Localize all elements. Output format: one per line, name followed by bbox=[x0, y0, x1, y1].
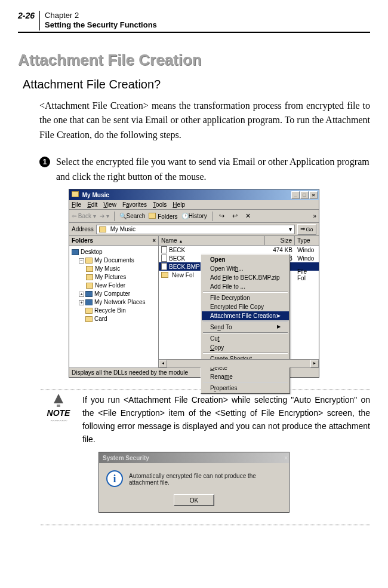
folder-icon bbox=[161, 272, 168, 278]
menu-separator bbox=[203, 292, 288, 293]
ctx-encrypted-copy[interactable]: Encrypted File Copy bbox=[202, 302, 289, 311]
dialog-button-row: OK bbox=[99, 494, 289, 512]
ctx-decrypt[interactable]: File Decryption bbox=[202, 293, 289, 302]
step-text: Select the encrypted file you want to se… bbox=[56, 155, 370, 185]
ctx-cut[interactable]: Cut bbox=[202, 334, 289, 343]
ctx-properties[interactable]: Properties bbox=[202, 384, 289, 393]
menu-separator bbox=[203, 382, 288, 383]
horizontal-scrollbar[interactable]: ◂ ▸ bbox=[159, 359, 319, 368]
expand-icon[interactable]: + bbox=[79, 292, 84, 297]
separator bbox=[114, 212, 115, 221]
menu-separator bbox=[203, 321, 288, 322]
titlebar: My Music _ □ × bbox=[69, 189, 319, 200]
ctx-send-to[interactable]: Send To▶ bbox=[202, 323, 289, 332]
copy-to-icon[interactable]: ↩ bbox=[230, 212, 240, 221]
dialog-screenshot: System Security × i Automatically encryp… bbox=[18, 452, 370, 513]
bulb-icon bbox=[54, 394, 63, 403]
file-icon bbox=[161, 263, 167, 270]
close-pane-icon[interactable]: × bbox=[152, 237, 156, 244]
menu-separator bbox=[203, 332, 288, 333]
menu-view[interactable]: View bbox=[103, 201, 116, 208]
tree-mydocs[interactable]: −My Documents bbox=[72, 256, 156, 265]
back-button[interactable]: ⇦ Back ▾ bbox=[72, 213, 96, 219]
menu-separator bbox=[203, 353, 288, 354]
folder-icon bbox=[85, 258, 93, 264]
address-input[interactable]: My Music ▾ bbox=[96, 225, 295, 234]
tree-mycomputer[interactable]: +My Computer bbox=[72, 290, 156, 298]
address-value: My Music bbox=[110, 226, 136, 232]
desktop-icon bbox=[72, 249, 79, 255]
subsection-heading: Attachment File Creation? bbox=[23, 78, 370, 91]
ctx-attachment-creation[interactable]: Attachment File Creation➤ bbox=[202, 311, 289, 320]
minimize-button[interactable]: _ bbox=[291, 191, 300, 199]
close-button[interactable]: × bbox=[284, 455, 288, 461]
step-item: 1 Select the encrypted file you want to … bbox=[39, 155, 370, 185]
menu-tools[interactable]: Tools bbox=[153, 201, 167, 208]
column-type[interactable]: Type bbox=[295, 236, 319, 245]
note-block: NOTE ~~~~~~~ If you run <Attachment File… bbox=[41, 394, 370, 446]
menu-help[interactable]: Help bbox=[173, 201, 185, 208]
page-number: 2-26 bbox=[18, 11, 40, 30]
ctx-rename[interactable]: Rename bbox=[202, 372, 289, 381]
dialog-titlebar: System Security × bbox=[99, 452, 289, 463]
tree-mynetwork[interactable]: +My Network Places bbox=[72, 298, 156, 307]
scroll-right-icon[interactable]: ▸ bbox=[310, 360, 319, 368]
explorer-body: Folders × Desktop −My Documents My Music… bbox=[69, 236, 319, 368]
file-icon bbox=[161, 246, 167, 253]
tree-newfolder[interactable]: New Folder bbox=[72, 281, 156, 290]
scroll-left-icon[interactable]: ◂ bbox=[159, 360, 167, 368]
folders-button[interactable]: Folders bbox=[149, 213, 177, 220]
file-icon bbox=[161, 255, 167, 262]
computer-icon bbox=[85, 291, 93, 297]
forward-button[interactable]: ➔ ▾ bbox=[100, 213, 109, 219]
ctx-copy[interactable]: Copy bbox=[202, 343, 289, 352]
dialog-title: System Security bbox=[103, 455, 149, 461]
close-button[interactable]: × bbox=[309, 191, 318, 199]
folder-icon bbox=[72, 191, 79, 197]
maximize-button[interactable]: □ bbox=[300, 191, 309, 199]
go-button[interactable]: ⮕Go bbox=[297, 224, 316, 235]
ctx-open[interactable]: Open bbox=[202, 255, 289, 264]
ok-button[interactable]: OK bbox=[174, 494, 214, 506]
ctx-add-zip[interactable]: Add File to BECK.BMP.zip bbox=[202, 273, 289, 282]
cursor-icon: ➤ bbox=[276, 313, 281, 319]
tree-mypictures[interactable]: My Pictures bbox=[72, 273, 156, 281]
column-size[interactable]: Size bbox=[265, 236, 295, 245]
separator bbox=[212, 212, 213, 221]
folder-icon bbox=[99, 226, 106, 232]
ctx-open-with[interactable]: Open With... bbox=[202, 264, 289, 273]
explorer-screenshot: My Music _ □ × File Edit View Favorites … bbox=[18, 189, 370, 378]
section-heading: Attachment File Creation bbox=[18, 51, 370, 69]
tree-desktop[interactable]: Desktop bbox=[72, 248, 156, 256]
delete-icon[interactable]: ✕ bbox=[244, 212, 253, 221]
menu-file[interactable]: File bbox=[72, 201, 81, 208]
menu-favorites[interactable]: Favorites bbox=[122, 201, 147, 208]
folder-tree[interactable]: Desktop −My Documents My Music My Pictur… bbox=[69, 246, 158, 368]
list-header: Name ▲ Size Type bbox=[159, 236, 319, 246]
chevron-right-icon: ▶ bbox=[277, 324, 281, 330]
tree-mymusic[interactable]: My Music bbox=[72, 265, 156, 273]
column-name[interactable]: Name ▲ bbox=[159, 236, 265, 245]
menu-edit[interactable]: Edit bbox=[87, 201, 97, 208]
chevron-down-icon[interactable]: ▾ bbox=[289, 226, 292, 232]
move-to-icon[interactable]: ↪ bbox=[217, 212, 227, 221]
table-row[interactable]: BECK 474 KB Windo bbox=[159, 246, 319, 254]
info-icon: i bbox=[106, 470, 123, 487]
toolbar: ⇦ Back ▾ ➔ ▾ 🔍Search Folders 🕑History ↪ … bbox=[69, 210, 319, 223]
search-button[interactable]: 🔍Search bbox=[119, 213, 146, 219]
note-separator bbox=[41, 525, 370, 525]
intro-paragraph: <Attachment File Creation> means the tra… bbox=[39, 99, 370, 143]
tree-card[interactable]: Card bbox=[72, 315, 156, 323]
address-bar: Address My Music ▾ ⮕Go bbox=[69, 223, 319, 236]
history-button[interactable]: 🕑History bbox=[181, 213, 207, 219]
folder-icon bbox=[86, 274, 93, 280]
step-number: 1 bbox=[39, 157, 50, 167]
chevron-right-icon[interactable]: » bbox=[313, 213, 316, 219]
ctx-add-file[interactable]: Add File to ... bbox=[202, 282, 289, 291]
note-icon-column: NOTE ~~~~~~~ bbox=[41, 394, 76, 446]
expand-icon[interactable]: + bbox=[79, 300, 84, 305]
expand-icon[interactable]: − bbox=[79, 258, 84, 264]
tree-recycle[interactable]: Recycle Bin bbox=[72, 307, 156, 315]
file-list[interactable]: BECK 474 KB Windo BECK 1 KB Windo BECK.B… bbox=[159, 246, 319, 368]
folder-icon bbox=[86, 283, 93, 289]
